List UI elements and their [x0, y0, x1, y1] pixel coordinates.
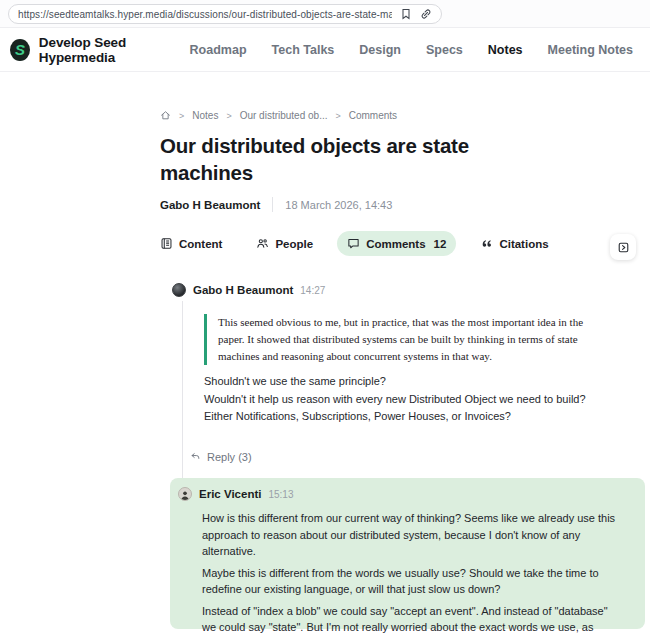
- nav-item-meeting-notes[interactable]: Meeting Notes: [548, 43, 633, 57]
- site-logo-icon[interactable]: S: [10, 39, 30, 61]
- tab-content[interactable]: Content: [150, 231, 232, 256]
- nav-item-tech-talks[interactable]: Tech Talks: [272, 43, 335, 57]
- browser-topbar: https://seedteamtalks.hyper.media/discus…: [0, 0, 650, 28]
- reply-arrow-icon: [190, 451, 201, 462]
- article-meta: Gabo H Beaumont 18 March 2026, 14:43: [160, 197, 392, 212]
- address-bar[interactable]: https://seedteamtalks.hyper.media/discus…: [8, 4, 442, 24]
- nav-item-specs[interactable]: Specs: [426, 43, 463, 57]
- tab-content-label: Content: [179, 238, 222, 250]
- link-icon[interactable]: [420, 8, 432, 20]
- site-title[interactable]: Develop Seed Hypermedia: [39, 35, 190, 65]
- page-title: Our distributed objects are state machin…: [160, 132, 540, 186]
- nav-item-design[interactable]: Design: [359, 43, 401, 57]
- panel-right-icon: [617, 241, 630, 254]
- nav-item-notes[interactable]: Notes: [488, 43, 523, 57]
- people-icon: [256, 237, 269, 250]
- comment-paragraph: Maybe this is different from the words w…: [202, 565, 616, 598]
- comment-paragraph: Wouldn't it help us reason with every ne…: [204, 391, 624, 408]
- tab-people-label: People: [275, 238, 313, 250]
- comment-paragraph: Instead of "index a blob" we could say "…: [202, 603, 616, 633]
- tab-comments-label: Comments: [366, 238, 425, 250]
- url-text[interactable]: https://seedteamtalks.hyper.media/discus…: [18, 9, 392, 20]
- breadcrumb-separator: >: [335, 111, 340, 121]
- comment-author[interactable]: Eric Vicenti: [199, 488, 261, 500]
- document-icon: [160, 237, 173, 250]
- comment-body: How is this different from our current w…: [202, 510, 616, 633]
- tab-people[interactable]: People: [246, 231, 323, 256]
- breadcrumb-item-comments[interactable]: Comments: [349, 110, 397, 121]
- breadcrumb-separator: >: [226, 111, 231, 121]
- breadcrumb-item-notes[interactable]: Notes: [192, 110, 218, 121]
- tab-citations-label: Citations: [499, 238, 548, 250]
- meta-divider: [272, 197, 273, 212]
- reply-label: Reply (3): [207, 451, 252, 463]
- tab-comments[interactable]: Comments 12: [337, 231, 456, 256]
- tab-citations[interactable]: Citations: [470, 231, 558, 256]
- comments-count-badge: 12: [434, 238, 447, 250]
- comment-paragraph: Shouldn't we use the same principle?: [204, 373, 624, 390]
- comment-paragraph: How is this different from our current w…: [202, 510, 616, 560]
- comment-header: Gabo H Beaumont 14:27: [172, 283, 640, 297]
- comment-bubble-icon: [347, 237, 360, 250]
- bookmark-icon[interactable]: [400, 8, 412, 20]
- nav-item-roadmap[interactable]: Roadmap: [190, 43, 247, 57]
- reply-button[interactable]: Reply (3): [190, 451, 640, 463]
- quoted-block: This seemed obvious to me, but in practi…: [204, 314, 599, 365]
- article-date: 18 March 2026, 14:43: [285, 199, 392, 211]
- comment-item: Gabo H Beaumont 14:27 This seemed obviou…: [172, 283, 640, 463]
- article-author[interactable]: Gabo H Beaumont: [160, 199, 260, 211]
- open-panel-button[interactable]: [610, 234, 636, 260]
- breadcrumb: > Notes > Our distributed ob... > Commen…: [160, 110, 397, 121]
- avatar: [172, 283, 186, 297]
- comment-body: Shouldn't we use the same principle? Wou…: [204, 373, 624, 425]
- avatar: [178, 487, 192, 501]
- comment-item-highlighted: Eric Vicenti 15:13 How is this different…: [170, 478, 645, 629]
- comment-header: Eric Vicenti 15:13: [178, 487, 623, 501]
- comment-timestamp: 14:27: [300, 285, 325, 296]
- main-nav: Roadmap Tech Talks Design Specs Notes Me…: [190, 43, 633, 57]
- document-tabs: Content People Comments 12 Citations: [150, 231, 559, 256]
- comment-timestamp: 15:13: [268, 489, 293, 500]
- comment-paragraph: Either Notifications, Subscriptions, Pow…: [204, 408, 624, 425]
- home-icon[interactable]: [160, 110, 171, 121]
- comment-author[interactable]: Gabo H Beaumont: [193, 284, 293, 296]
- citations-quote-icon: [480, 237, 493, 250]
- page: https://seedteamtalks.hyper.media/discus…: [0, 0, 650, 633]
- breadcrumb-item-document[interactable]: Our distributed ob...: [240, 110, 328, 121]
- site-header: S Develop Seed Hypermedia Roadmap Tech T…: [0, 28, 650, 72]
- breadcrumb-separator: >: [179, 111, 184, 121]
